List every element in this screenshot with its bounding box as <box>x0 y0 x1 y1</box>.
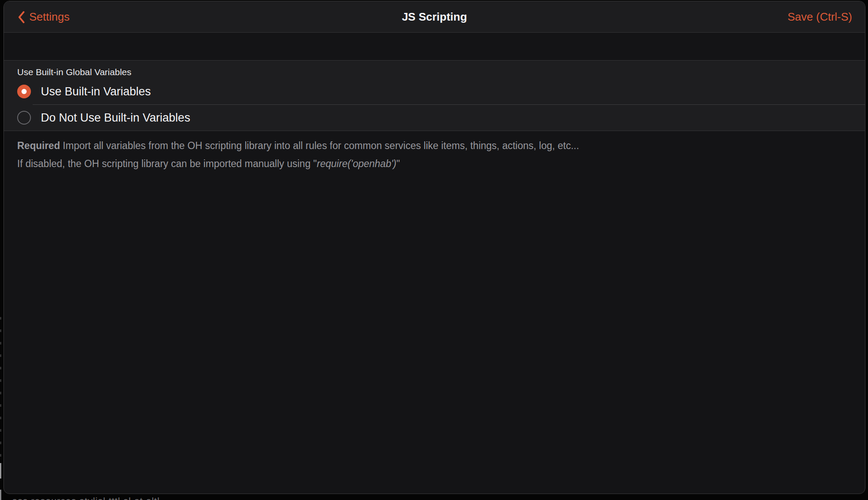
settings-dialog: Settings JS Scripting Save (Ctrl-S) Use … <box>3 1 865 494</box>
background-page-edge <box>0 317 1 472</box>
required-badge: Required <box>17 140 60 151</box>
radio-option-label: Do Not Use Built-in Variables <box>41 111 190 125</box>
save-button[interactable]: Save (Ctrl-S) <box>788 11 852 22</box>
spacer <box>4 33 865 60</box>
radio-option-use-builtin[interactable]: Use Built-in Variables <box>4 79 865 104</box>
page-title: JS Scripting <box>402 10 467 24</box>
description-text: Import all variables from the OH scripti… <box>63 140 579 151</box>
back-button[interactable]: Settings <box>17 10 70 24</box>
background-page-edge-highlight <box>0 463 1 479</box>
settings-list: Use Built-in Global Variables Use Built-… <box>4 60 865 131</box>
navbar: Settings JS Scripting Save (Ctrl-S) <box>4 1 865 33</box>
setting-description-line1: Required Import all variables from the O… <box>17 137 848 155</box>
radio-option-label: Use Built-in Variables <box>41 85 151 98</box>
setting-group-label: Use Built-in Global Variables <box>4 61 865 79</box>
radio-unselected-icon <box>17 111 31 125</box>
setting-description-line2: If disabled, the OH scripting library ca… <box>17 155 848 173</box>
chevron-left-icon <box>17 10 26 24</box>
setting-description: Required Import all variables from the O… <box>4 131 865 173</box>
back-button-label: Settings <box>29 11 70 22</box>
radio-option-no-builtin[interactable]: Do Not Use Built-in Variables <box>4 105 865 131</box>
inline-code: require('openhab') <box>317 158 396 169</box>
description-text: " <box>396 158 400 169</box>
background-page-edge-highlight <box>0 490 1 500</box>
screen: oss resources stylisl tttl sl ot oltl Se… <box>0 0 868 500</box>
radio-selected-icon <box>17 85 31 98</box>
description-text: If disabled, the OH scripting library ca… <box>17 158 317 169</box>
background-clipped-text: oss resources stylisl tttl sl ot oltl <box>12 496 828 500</box>
